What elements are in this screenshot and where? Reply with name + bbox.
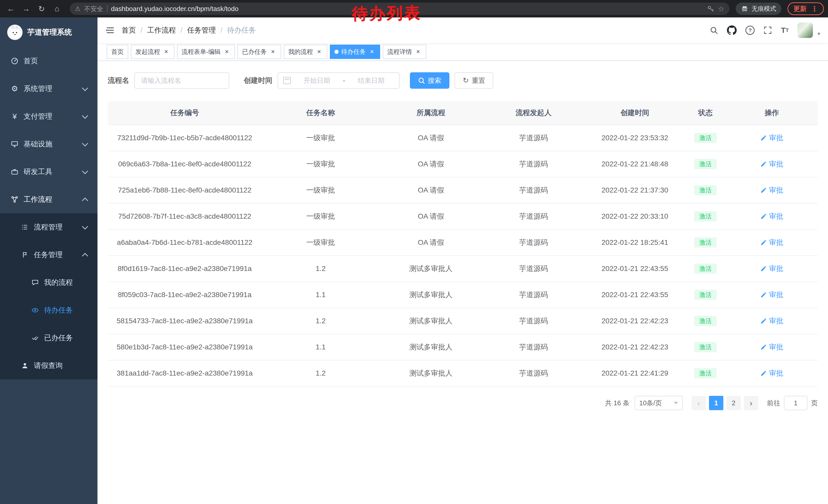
- actions-cell: 审批: [726, 282, 818, 308]
- search-icon[interactable]: [709, 26, 718, 35]
- github-icon[interactable]: [727, 26, 737, 35]
- process-name-input[interactable]: [134, 72, 229, 89]
- tab-label: 流程详情: [387, 48, 412, 56]
- reload-icon[interactable]: ↻: [35, 4, 48, 13]
- fullscreen-icon[interactable]: [763, 26, 772, 35]
- sidebar-item-home[interactable]: 首页: [0, 47, 97, 75]
- approve-link[interactable]: 审批: [760, 368, 783, 378]
- tab-done-tasks[interactable]: 已办任务 ×: [238, 45, 281, 59]
- reset-button[interactable]: ↻ 重置: [455, 72, 493, 89]
- sidebar-item-task-management[interactable]: 任务管理: [0, 241, 97, 269]
- status-cell: 激活: [685, 151, 726, 177]
- tab-home[interactable]: 首页: [107, 45, 128, 59]
- breadcrumb-separator: /: [180, 26, 182, 34]
- approve-link[interactable]: 审批: [760, 185, 783, 195]
- col-task-id: 任务编号: [108, 101, 262, 125]
- chevron-down-icon: [82, 223, 88, 229]
- table-row: 725a1eb6-7b88-11ec-8ef0-acde48001122 一级审…: [108, 177, 818, 203]
- process-cell: 测试多审批人: [380, 256, 482, 282]
- goto-page-input[interactable]: [784, 396, 808, 410]
- close-icon[interactable]: ×: [415, 48, 422, 55]
- tab-start-process[interactable]: 发起流程 ×: [131, 45, 174, 59]
- breadcrumb-task-management[interactable]: 任务管理: [187, 26, 216, 35]
- sidebar-item-my-process[interactable]: 我的流程: [0, 269, 97, 296]
- process-cell: OA 请假: [380, 203, 482, 229]
- table-row: 069c6a63-7b8a-11ec-8ef0-acde48001122 一级审…: [108, 151, 818, 177]
- status-badge: 激活: [694, 290, 717, 300]
- home-icon[interactable]: ⌂: [50, 4, 64, 13]
- approve-link[interactable]: 审批: [760, 133, 783, 143]
- avatar[interactable]: [797, 22, 813, 38]
- pencil-icon: [760, 318, 767, 324]
- status-cell: 激活: [685, 360, 726, 386]
- address-separator: [107, 5, 108, 12]
- browser-menu-icon[interactable]: ⋮: [811, 5, 818, 13]
- approve-link[interactable]: 审批: [760, 212, 783, 221]
- breadcrumb-workflow[interactable]: 工作流程: [147, 26, 176, 35]
- close-icon[interactable]: ×: [223, 48, 230, 55]
- tab-my-process[interactable]: 我的流程 ×: [284, 45, 327, 59]
- font-size-icon[interactable]: TT: [781, 27, 789, 34]
- tab-process-form-edit[interactable]: 流程表单-编辑 ×: [177, 45, 235, 59]
- chat-icon: [31, 279, 40, 286]
- sidebar-item-todo-tasks[interactable]: 待办任务: [0, 296, 97, 324]
- workflow-icon: [10, 195, 19, 203]
- pagination-total: 共 16 条: [605, 399, 629, 408]
- sidebar-item-done-tasks[interactable]: 已办任务: [0, 324, 97, 352]
- approve-link[interactable]: 审批: [760, 264, 783, 274]
- sidebar-item-workflow[interactable]: 工作流程: [0, 186, 97, 213]
- sidebar-item-infrastructure[interactable]: 基础设施: [0, 130, 97, 158]
- status-badge: 激活: [694, 237, 717, 248]
- table-row: 580e1b3d-7ac8-11ec-a9e2-a2380e71991a 1.1…: [108, 334, 818, 360]
- date-range-picker[interactable]: 开始日期 - 结束日期: [278, 72, 400, 89]
- sidebar-item-process-management[interactable]: 流程管理: [0, 213, 97, 241]
- close-icon[interactable]: ×: [316, 48, 323, 55]
- filter-form: 流程名 创建时间 开始日期 - 结束日期 搜索 ↻: [108, 72, 818, 89]
- sidebar-item-devtools[interactable]: 研发工具: [0, 158, 97, 186]
- page-button-2[interactable]: 2: [727, 396, 741, 410]
- approve-link[interactable]: 审批: [760, 159, 783, 169]
- user-icon: [20, 362, 29, 369]
- task-name-cell: 一级审批: [262, 125, 380, 151]
- tab-label: 待办任务: [341, 48, 366, 56]
- update-button[interactable]: 更新 ⋮: [787, 2, 824, 15]
- approve-link[interactable]: 审批: [760, 238, 783, 247]
- tab-process-detail[interactable]: 流程详情 ×: [383, 45, 426, 59]
- approve-link[interactable]: 审批: [760, 290, 783, 300]
- approve-link[interactable]: 审批: [760, 342, 783, 352]
- actions-cell: 审批: [726, 256, 818, 282]
- search-button-icon: [418, 77, 425, 84]
- close-icon[interactable]: ×: [163, 48, 170, 55]
- page-size-select[interactable]: 10条/页: [634, 396, 683, 410]
- col-status: 状态: [685, 101, 726, 125]
- process-cell: 测试多审批人: [380, 334, 482, 360]
- caret-down-icon: ▾: [818, 31, 820, 37]
- bookmark-star-icon[interactable]: ☆: [718, 5, 724, 13]
- close-icon[interactable]: ×: [368, 48, 376, 55]
- key-icon[interactable]: [707, 5, 714, 12]
- forward-icon[interactable]: →: [19, 4, 33, 13]
- next-page-button[interactable]: ›: [744, 396, 758, 410]
- help-icon[interactable]: ?: [745, 26, 755, 35]
- start-date-placeholder: 开始日期: [294, 76, 340, 85]
- incognito-icon: [741, 5, 748, 12]
- task-name-cell: 1.1: [262, 334, 380, 360]
- search-button[interactable]: 搜索: [410, 72, 449, 89]
- process-name-label: 流程名: [108, 76, 129, 85]
- close-icon[interactable]: ×: [269, 48, 277, 55]
- address-bar[interactable]: ⚠ 不安全 dashboard.yudao.iocoder.cn/bpm/tas…: [70, 3, 730, 15]
- created-cell: 2022-01-21 22:41:29: [585, 360, 685, 386]
- tab-todo-tasks[interactable]: 待办任务 ×: [330, 45, 380, 59]
- sidebar-item-leave-query[interactable]: 请假查询: [0, 352, 97, 379]
- sidebar-item-payment[interactable]: ¥ 支付管理: [0, 102, 97, 130]
- back-icon[interactable]: ←: [4, 4, 17, 13]
- page-button-1[interactable]: 1: [709, 396, 723, 410]
- prev-page-button[interactable]: ‹: [692, 396, 706, 410]
- sidebar-item-system[interactable]: ⚙ 系统管理: [0, 75, 97, 102]
- reset-icon: ↻: [463, 77, 469, 84]
- table-header-row: 任务编号 任务名称 所属流程 流程发起人 创建时间 状态 操作: [108, 101, 818, 125]
- logo-avatar: [7, 25, 23, 40]
- sidebar-collapse-icon[interactable]: [105, 26, 115, 35]
- approve-link[interactable]: 审批: [760, 316, 783, 326]
- breadcrumb-home[interactable]: 首页: [122, 26, 136, 35]
